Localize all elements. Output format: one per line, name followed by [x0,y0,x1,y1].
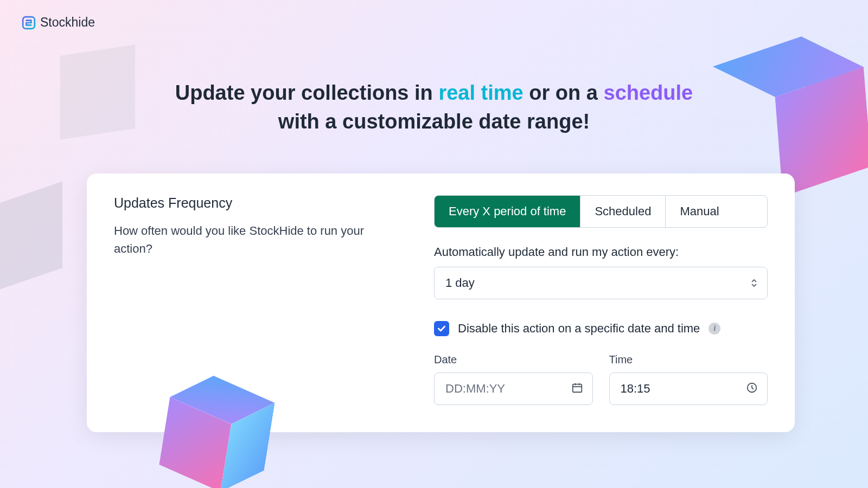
period-select[interactable]: 1 day [434,267,768,299]
disable-action-checkbox[interactable] [434,321,449,336]
date-input[interactable] [434,373,593,405]
info-icon[interactable]: i [709,323,720,335]
brand-logo: Stockhide [22,15,95,30]
disable-action-label: Disable this action on a specific date a… [458,322,700,336]
time-input[interactable] [609,373,768,405]
date-label: Date [434,354,593,366]
brand-name: Stockhide [40,15,95,30]
page-headline: Update your collections in real time or … [0,79,868,136]
highlight-realtime: real time [438,81,523,104]
check-icon [437,324,446,333]
brand-logo-icon [22,16,36,30]
tab-scheduled[interactable]: Scheduled [580,196,666,227]
tab-every-period[interactable]: Every X period of time [435,196,580,227]
decorative-cube-bottom [181,387,253,481]
decorative-cube-bg-left [0,182,62,291]
auto-update-label: Automatically update and run my action e… [434,245,768,259]
highlight-schedule: schedule [604,81,693,104]
frequency-tabs: Every X period of time Scheduled Manual [434,195,768,228]
time-label: Time [609,354,768,366]
tab-manual[interactable]: Manual [666,196,733,227]
section-description: How often would you like StockHide to ru… [114,222,401,258]
section-title: Updates Frequency [114,195,401,211]
